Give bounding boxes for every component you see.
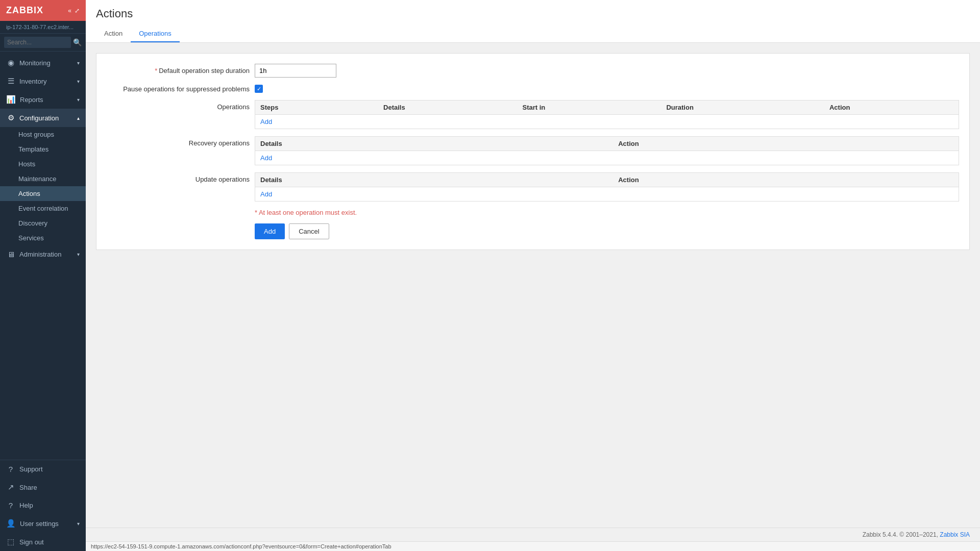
status-url: https://ec2-54-159-151-9.compute-1.amazo… [91, 543, 391, 549]
signout-icon: ⬚ [6, 537, 15, 546]
sidebar-item-configuration[interactable]: ⚙ Configuration ▴ [0, 109, 86, 127]
recovery-add-link[interactable]: Add [260, 154, 272, 162]
sidebar-host: ip-172-31-80-77.ec2.inter... [0, 21, 86, 34]
tab-operations[interactable]: Operations [131, 26, 180, 42]
operations-label: Operations [107, 100, 250, 129]
update-add-link[interactable]: Add [260, 190, 272, 198]
operations-header-row: Steps Details Start in Duration Action [255, 101, 959, 115]
administration-icon: 🖥 [6, 250, 15, 259]
sidebar-item-user-settings[interactable]: 👤 User settings ▾ [0, 514, 86, 533]
user-icon: 👤 [6, 519, 16, 528]
sidebar-item-label: Inventory [19, 78, 46, 85]
col-details: Details [378, 101, 518, 115]
sidebar-sub-label: Event correlation [18, 205, 68, 212]
monitoring-icon: ◉ [6, 58, 15, 67]
step-duration-input[interactable] [255, 64, 336, 78]
operations-add-cell: Add [255, 115, 959, 129]
sidebar-sub-label: Services [18, 234, 44, 242]
update-add-cell: Add [255, 187, 959, 202]
sidebar-item-inventory[interactable]: ☰ Inventory ▾ [0, 72, 86, 90]
sidebar-item-label: User settings [20, 520, 59, 528]
footer: Zabbix 5.4.4. © 2001–2021, Zabbix SIA [86, 528, 980, 541]
sidebar-item-support[interactable]: ? Support [0, 460, 86, 478]
footer-text: Zabbix 5.4.4. © 2001–2021, [863, 531, 938, 538]
operations-add-row: Add [255, 115, 959, 129]
page-content: *Default operation step duration Pause o… [86, 43, 980, 528]
sidebar-item-label: Help [19, 502, 33, 509]
cancel-button[interactable]: Cancel [289, 223, 329, 239]
sidebar-sub-label: Templates [18, 145, 48, 153]
logo-icons: « ⤢ [68, 7, 80, 14]
sidebar-item-actions[interactable]: Actions [0, 186, 86, 201]
page-title: Actions [96, 7, 970, 20]
sidebar-item-monitoring[interactable]: ◉ Monitoring ▾ [0, 54, 86, 72]
share-icon: ↗ [6, 483, 15, 492]
sidebar-item-event-correlation[interactable]: Event correlation [0, 201, 86, 216]
sidebar-item-host-groups[interactable]: Host groups [0, 127, 86, 142]
sidebar-item-help[interactable]: ? Help [0, 496, 86, 514]
update-table-wrapper: Details Action Add [255, 172, 959, 202]
recovery-add-row: Add [255, 151, 959, 165]
validation-message: * At least one operation must exist. [255, 209, 959, 216]
col-start-in: Start in [518, 101, 662, 115]
collapse-icon[interactable]: « [68, 7, 71, 14]
update-label: Update operations [107, 172, 250, 202]
nav-section-main: ◉ Monitoring ▾ ☰ Inventory ▾ 📊 Reports ▾… [0, 52, 86, 265]
sidebar-item-maintenance[interactable]: Maintenance [0, 171, 86, 186]
step-duration-label: *Default operation step duration [107, 67, 250, 74]
recovery-table-wrapper: Details Action Add [255, 136, 959, 165]
sidebar-item-hosts[interactable]: Hosts [0, 157, 86, 171]
pause-operations-row: Pause operations for suppressed problems… [107, 85, 959, 93]
sidebar-bottom: ? Support ↗ Share ? Help 👤 User settings… [0, 460, 86, 551]
operations-table-wrapper: Steps Details Start in Duration Action A… [255, 100, 959, 129]
sidebar-item-label: Administration [19, 251, 61, 258]
status-bar: https://ec2-54-159-151-9.compute-1.amazo… [86, 541, 980, 551]
sidebar-item-label: Share [19, 484, 37, 491]
expand-icon[interactable]: ⤢ [75, 7, 80, 14]
sidebar-item-sign-out[interactable]: ⬚ Sign out [0, 533, 86, 551]
sidebar-item-services[interactable]: Services [0, 231, 86, 245]
chevron-down-icon: ▾ [77, 60, 80, 66]
sidebar-search: 🔍 [0, 34, 86, 52]
step-duration-row: *Default operation step duration [107, 64, 959, 78]
form-card: *Default operation step duration Pause o… [96, 53, 970, 250]
tabs: Action Operations [96, 26, 970, 42]
inventory-icon: ☰ [6, 77, 15, 86]
sidebar-item-reports[interactable]: 📊 Reports ▾ [0, 90, 86, 109]
operations-add-link[interactable]: Add [260, 118, 272, 126]
footer-link[interactable]: Zabbix SIA [940, 531, 970, 538]
sidebar-item-share[interactable]: ↗ Share [0, 478, 86, 496]
main-content: Actions Action Operations *Default opera… [86, 0, 980, 551]
button-row: Add Cancel [255, 223, 959, 239]
pause-operations-label: Pause operations for suppressed problems [107, 85, 250, 93]
recovery-label: Recovery operations [107, 136, 250, 165]
chevron-down-icon: ▾ [77, 521, 80, 527]
update-table: Details Action Add [255, 173, 959, 201]
chevron-down-icon: ▴ [77, 115, 80, 121]
pause-checkbox[interactable]: ✓ [255, 85, 263, 93]
tab-action[interactable]: Action [96, 26, 131, 42]
sidebar: ZABBIX « ⤢ ip-172-31-80-77.ec2.inter... … [0, 0, 86, 551]
add-button[interactable]: Add [255, 223, 285, 239]
sidebar-item-templates[interactable]: Templates [0, 142, 86, 157]
update-section: Update operations Details Action [107, 172, 959, 202]
update-add-row: Add [255, 187, 959, 202]
sidebar-sub-label: Host groups [18, 131, 54, 138]
sidebar-sub-label: Discovery [18, 219, 47, 227]
pause-checkbox-wrapper: ✓ [255, 85, 263, 93]
sidebar-item-administration[interactable]: 🖥 Administration ▾ [0, 245, 86, 263]
col-details: Details [255, 173, 613, 187]
support-icon: ? [6, 465, 15, 473]
chevron-down-icon: ▾ [77, 97, 80, 103]
operations-section: Operations Steps Details Start in Durati… [107, 100, 959, 129]
logo-text: ZABBIX [6, 5, 43, 16]
sidebar-item-label: Sign out [19, 538, 44, 546]
sidebar-item-label: Reports [20, 96, 43, 104]
sidebar-item-discovery[interactable]: Discovery [0, 216, 86, 231]
sidebar-logo: ZABBIX « ⤢ [0, 0, 86, 21]
chevron-down-icon: ▾ [77, 79, 80, 84]
search-icon[interactable]: 🔍 [73, 38, 82, 46]
required-marker: * [155, 67, 157, 74]
search-input[interactable] [4, 37, 71, 48]
configuration-icon: ⚙ [6, 113, 15, 122]
